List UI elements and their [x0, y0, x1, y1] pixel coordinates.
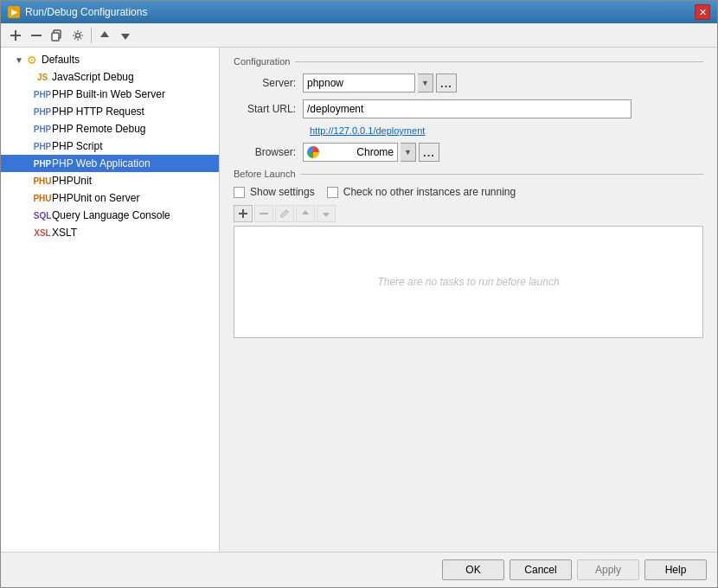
tree-item-php-web[interactable]: PHP PHP Web Application — [1, 155, 219, 172]
launch-toolbar — [234, 205, 703, 222]
before-launch-label: Before Launch — [234, 169, 703, 179]
tree-label-xslt: XSLT — [52, 227, 77, 239]
tree-item-js-debug[interactable]: JS JavaScript Debug — [1, 68, 219, 86]
launch-add-icon — [238, 208, 248, 219]
launch-remove-icon — [259, 208, 269, 219]
tree-item-xslt[interactable]: XSL XSLT — [1, 224, 219, 241]
show-settings-label: Show settings — [250, 186, 315, 198]
checkboxes-row: Show settings Check no other instances a… — [234, 186, 703, 198]
svg-rect-2 — [31, 35, 42, 36]
start-url-row: Start URL: — [234, 99, 703, 118]
tree-label-query: Query Language Console — [52, 209, 170, 221]
add-icon — [10, 29, 22, 42]
tree-item-php-remote[interactable]: PHP PHP Remote Debug — [1, 120, 219, 137]
server-dots-button[interactable]: ... — [436, 74, 457, 93]
config-tree: ▼ ⚙ Defaults JS JavaScript Debug PHP PHP… — [1, 48, 220, 552]
svg-rect-1 — [10, 35, 21, 36]
browser-select[interactable]: Chrome — [303, 143, 398, 162]
query-icon: SQL — [35, 208, 49, 222]
tree-item-phpunit-server[interactable]: PHU PHPUnit on Server — [1, 189, 219, 207]
start-url-label: Start URL: — [234, 103, 303, 115]
php-web-icon: PHP — [35, 157, 49, 170]
up-arrow-icon — [99, 29, 111, 42]
server-label: Server: — [234, 77, 303, 89]
settings-button[interactable] — [68, 26, 87, 45]
tree-item-php-builtin[interactable]: PHP PHP Built-in Web Server — [1, 86, 219, 103]
remove-icon — [30, 29, 42, 42]
browser-row: Browser: Chrome ▼ ... — [234, 143, 703, 162]
launch-up-icon — [300, 208, 311, 219]
browser-label: Browser: — [234, 146, 303, 158]
tree-label-defaults: Defaults — [42, 54, 80, 66]
svg-rect-4 — [52, 33, 59, 41]
browser-dropdown-arrow[interactable]: ▼ — [401, 143, 416, 162]
ok-button[interactable]: OK — [442, 559, 504, 580]
tree-label-php-remote: PHP Remote Debug — [52, 123, 146, 135]
php-builtin-icon: PHP — [35, 87, 49, 101]
php-remote-icon: PHP — [35, 122, 49, 136]
copy-icon — [51, 29, 63, 42]
close-button[interactable]: ✕ — [695, 4, 710, 20]
copy-button[interactable] — [48, 26, 67, 45]
show-settings-checkbox[interactable] — [234, 187, 245, 198]
add-button[interactable] — [6, 26, 25, 45]
check-instances-checkbox[interactable] — [327, 187, 338, 198]
tree-item-defaults[interactable]: ▼ ⚙ Defaults — [1, 51, 219, 68]
tree-item-php-script[interactable]: PHP PHP Script — [1, 137, 219, 155]
svg-point-5 — [76, 33, 80, 37]
tree-label-js-debug: JavaScript Debug — [52, 71, 134, 83]
run-debug-window: ▶ Run/Debug Configurations ✕ — [0, 0, 718, 588]
js-debug-icon: JS — [35, 70, 49, 84]
launch-down-icon — [321, 208, 331, 219]
tree-label-php-web: PHP Web Application — [52, 157, 151, 169]
tree-item-phpunit[interactable]: PHU PHPUnit — [1, 172, 219, 189]
main-content: ▼ ⚙ Defaults JS JavaScript Debug PHP PHP… — [1, 48, 717, 552]
toolbar-separator — [91, 28, 92, 43]
down-arrow-icon — [119, 29, 131, 42]
server-dropdown-arrow[interactable]: ▼ — [418, 74, 433, 93]
tree-label-php-http: PHP HTTP Request — [52, 105, 144, 118]
before-launch-section: Before Launch Show settings Check no oth… — [234, 169, 703, 338]
move-up-button[interactable] — [95, 26, 114, 45]
title-bar: ▶ Run/Debug Configurations ✕ — [1, 1, 717, 23]
tree-item-query[interactable]: SQL Query Language Console — [1, 207, 219, 224]
server-row: Server: phpnow ▼ ... — [234, 74, 703, 93]
svg-rect-8 — [260, 213, 268, 214]
launch-edit-icon — [279, 208, 290, 219]
phpunit-server-icon: PHU — [35, 191, 49, 205]
xslt-icon: XSL — [35, 226, 49, 240]
tree-label-phpunit: PHPUnit — [52, 175, 92, 187]
browser-dots-button[interactable]: ... — [419, 143, 439, 162]
config-panel: Configuration Server: phpnow ▼ ... Start… — [220, 48, 717, 552]
browser-value: Chrome — [356, 146, 394, 158]
tree-label-php-builtin: PHP Built-in Web Server — [52, 88, 165, 100]
tree-label-php-script: PHP Script — [52, 140, 102, 152]
defaults-icon: ⚙ — [25, 53, 39, 67]
apply-button[interactable]: Apply — [577, 559, 639, 580]
app-icon: ▶ — [8, 6, 20, 18]
bottom-bar: OK Cancel Apply Help — [1, 552, 717, 587]
tree-item-php-http[interactable]: PHP PHP HTTP Request — [1, 103, 219, 120]
launch-remove-btn[interactable] — [254, 205, 273, 222]
url-preview-link[interactable]: http://127.0.0.1/deployment — [310, 125, 703, 136]
tree-label-phpunit-server: PHPUnit on Server — [52, 192, 139, 204]
move-down-button[interactable] — [116, 26, 135, 45]
cancel-button[interactable]: Cancel — [510, 559, 572, 580]
server-select[interactable]: phpnow — [303, 74, 415, 93]
remove-button[interactable] — [27, 26, 46, 45]
help-button[interactable]: Help — [644, 559, 707, 580]
server-value: phpnow — [307, 77, 343, 89]
launch-add-btn[interactable] — [234, 205, 253, 222]
settings-icon — [72, 29, 84, 42]
check-instances-label: Check no other instances are running — [343, 186, 516, 198]
tasks-area: There are no tasks to run before launch — [234, 226, 703, 338]
chrome-icon — [307, 146, 319, 158]
start-url-input[interactable] — [303, 99, 631, 118]
config-section-label: Configuration — [234, 56, 703, 67]
launch-down-btn[interactable] — [317, 205, 336, 222]
php-script-icon: PHP — [35, 139, 49, 153]
launch-up-btn[interactable] — [296, 205, 315, 222]
php-http-icon: PHP — [35, 105, 49, 118]
launch-edit-btn[interactable] — [275, 205, 294, 222]
svg-rect-7 — [239, 213, 247, 214]
